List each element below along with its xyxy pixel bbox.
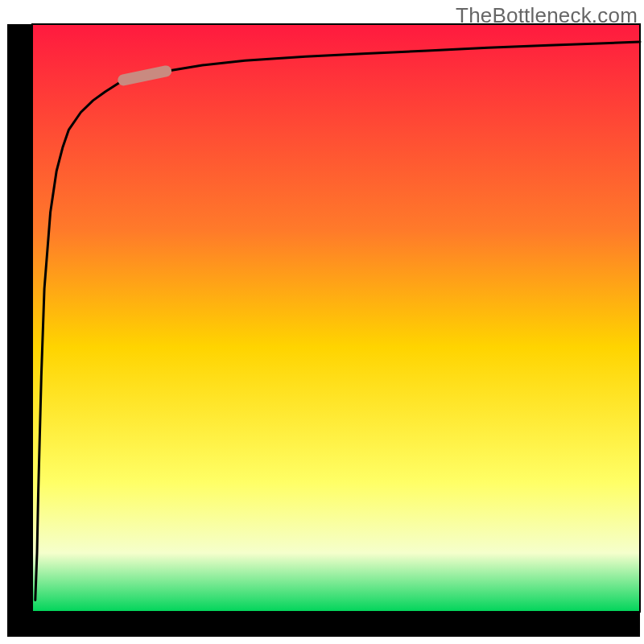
chart-svg — [0, 0, 644, 644]
x-axis-bar — [7, 612, 640, 637]
plot-background — [32, 24, 640, 612]
y-axis-bar — [7, 24, 32, 620]
chart-container: TheBottleneck.com — [0, 0, 644, 644]
watermark-text: TheBottleneck.com — [456, 3, 638, 28]
